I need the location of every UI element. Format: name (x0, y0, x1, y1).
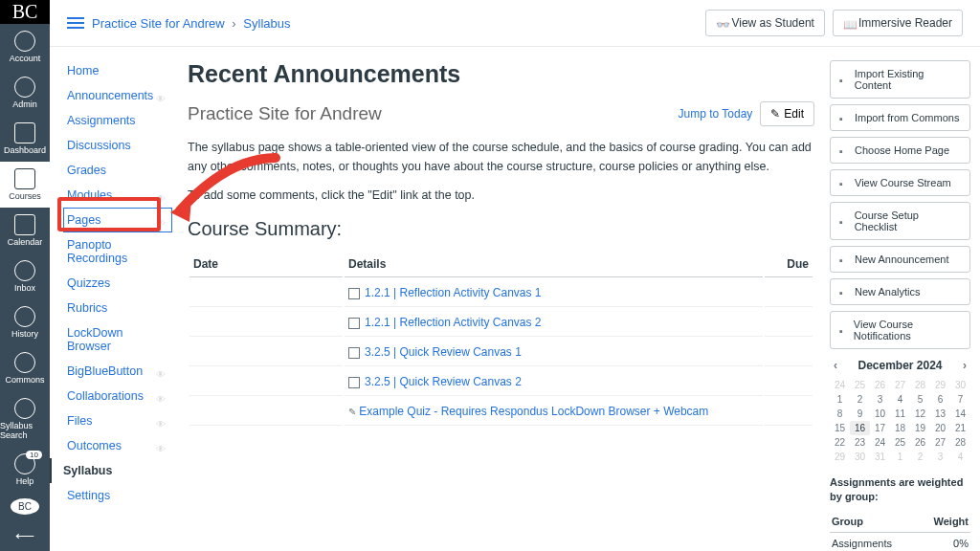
calendar-day[interactable]: 2 (910, 450, 930, 464)
nav-calendar[interactable]: Calendar (0, 208, 50, 253)
side-button-choose-home-page[interactable]: ▪Choose Home Page (830, 137, 970, 164)
collapse-nav-icon[interactable]: ⟵ (8, 520, 42, 551)
calendar-day[interactable]: 3 (870, 392, 890, 407)
calendar-day[interactable]: 12 (910, 407, 930, 421)
assignment-link[interactable]: 3.2.5 | Quick Review Canvas 1 (365, 345, 522, 359)
next-month-icon[interactable]: › (959, 359, 970, 372)
immersive-reader-button[interactable]: 📖Immersive Reader (833, 10, 963, 36)
course-nav-quizzes[interactable]: Quizzes (63, 271, 172, 296)
course-nav-rubrics[interactable]: Rubrics (63, 296, 172, 320)
nav-help[interactable]: Help10 (0, 447, 50, 493)
calendar-day[interactable]: 10 (870, 407, 890, 421)
mini-calendar[interactable]: 2425262728293012345678910111213141516171… (830, 378, 970, 464)
nav-history[interactable]: History (0, 299, 50, 345)
calendar-day[interactable]: 26 (870, 378, 890, 392)
nav-syllabus-search[interactable]: Syllabus Search (0, 391, 50, 447)
institution-logo[interactable]: BC (0, 0, 50, 24)
course-nav-lockdown-browser[interactable]: LockDown Browser (63, 320, 172, 359)
calendar-day[interactable]: 23 (850, 435, 870, 450)
calendar-day[interactable]: 25 (890, 435, 910, 450)
calendar-day[interactable]: 3 (930, 450, 950, 464)
course-nav-outcomes[interactable]: Outcomes (63, 433, 172, 458)
side-button-view-course-stream[interactable]: ▪View Course Stream (830, 169, 970, 196)
course-nav-syllabus[interactable]: Syllabus (50, 458, 172, 483)
calendar-day[interactable]: 24 (870, 435, 890, 450)
jump-to-today-link[interactable]: Jump to Today (678, 107, 752, 121)
view-as-student-button[interactable]: 👓View as Student (705, 10, 825, 36)
breadcrumb: Practice Site for Andrew › Syllabus (92, 16, 290, 31)
calendar-day[interactable]: 19 (910, 421, 930, 435)
calendar-day[interactable]: 4 (950, 450, 970, 464)
calendar-day[interactable]: 15 (830, 421, 850, 435)
course-nav-modules[interactable]: Modules (63, 183, 172, 208)
calendar-day[interactable]: 27 (890, 378, 910, 392)
assignment-link[interactable]: 3.2.5 | Quick Review Canvas 2 (365, 375, 522, 388)
course-nav-pages[interactable]: Pages (63, 208, 172, 232)
course-nav-panopto-recordings[interactable]: Panopto Recordings (63, 232, 172, 271)
nav-commons[interactable]: Commons (0, 345, 50, 391)
calendar-day[interactable]: 7 (950, 392, 970, 407)
col-date[interactable]: Date (189, 252, 343, 277)
calendar-day[interactable]: 2 (850, 392, 870, 407)
nav-dashboard[interactable]: Dashboard (0, 116, 50, 162)
calendar-day[interactable]: 17 (870, 421, 890, 435)
side-button-course-setup-checklist[interactable]: ▪Course Setup Checklist (830, 202, 970, 240)
hamburger-icon[interactable] (67, 17, 84, 29)
calendar-day[interactable]: 29 (930, 378, 950, 392)
calendar-day[interactable]: 8 (830, 407, 850, 421)
calendar-day[interactable]: 1 (830, 392, 850, 407)
nav-admin[interactable]: Admin (0, 70, 50, 116)
calendar-day[interactable]: 20 (930, 421, 950, 435)
calendar-day[interactable]: 9 (850, 407, 870, 421)
calendar-day[interactable]: 11 (890, 407, 910, 421)
nav-item-label: BigBlueButton (67, 364, 143, 378)
calendar-day[interactable]: 21 (950, 421, 970, 435)
calendar-day[interactable]: 29 (830, 450, 850, 464)
side-button-import-from-commons[interactable]: ▪Import from Commons (830, 104, 970, 131)
col-due[interactable]: Due (765, 252, 813, 277)
course-nav-assignments[interactable]: Assignments (63, 108, 172, 133)
avatar[interactable]: BC (11, 498, 39, 515)
nav-inbox[interactable]: Inbox (0, 253, 50, 299)
calendar-day[interactable]: 28 (950, 435, 970, 450)
col-details[interactable]: Details (345, 252, 763, 277)
calendar-day[interactable]: 22 (830, 435, 850, 450)
calendar-day[interactable]: 30 (850, 450, 870, 464)
side-button-import-existing-content[interactable]: ▪Import Existing Content (830, 60, 970, 99)
nav-account[interactable]: Account (0, 24, 50, 70)
side-button-new-announcement[interactable]: ▪New Announcement (830, 246, 970, 273)
calendar-day[interactable]: 26 (910, 435, 930, 450)
course-nav-collaborations[interactable]: Collaborations (63, 384, 172, 408)
course-nav-home[interactable]: Home (63, 58, 172, 83)
calendar-day[interactable]: 6 (930, 392, 950, 407)
calendar-day[interactable]: 18 (890, 421, 910, 435)
assignment-link[interactable]: 1.2.1 | Reflection Activity Canvas 1 (365, 286, 542, 299)
calendar-day[interactable]: 30 (950, 378, 970, 392)
course-nav-files[interactable]: Files (63, 408, 172, 433)
calendar-day[interactable]: 27 (930, 435, 950, 450)
course-nav-grades[interactable]: Grades (63, 158, 172, 183)
course-nav-discussions[interactable]: Discussions (63, 133, 172, 158)
calendar-day[interactable]: 25 (850, 378, 870, 392)
prev-month-icon[interactable]: ‹ (830, 359, 841, 372)
calendar-day[interactable]: 24 (830, 378, 850, 392)
breadcrumb-course[interactable]: Practice Site for Andrew (92, 16, 225, 31)
edit-button[interactable]: ✎Edit (760, 101, 814, 126)
assignment-link[interactable]: Example Quiz - Requires Respondus LockDo… (359, 405, 708, 418)
calendar-day[interactable]: 1 (890, 450, 910, 464)
breadcrumb-page[interactable]: Syllabus (243, 16, 290, 31)
calendar-day[interactable]: 16 (850, 421, 870, 435)
side-button-view-course-notifications[interactable]: ▪View Course Notifications (830, 311, 970, 349)
calendar-day[interactable]: 4 (890, 392, 910, 407)
calendar-day[interactable]: 14 (950, 407, 970, 421)
course-nav-announcements[interactable]: Announcements (63, 83, 172, 108)
calendar-day[interactable]: 5 (910, 392, 930, 407)
calendar-day[interactable]: 28 (910, 378, 930, 392)
calendar-day[interactable]: 31 (870, 450, 890, 464)
course-nav-settings[interactable]: Settings (63, 483, 172, 508)
calendar-day[interactable]: 13 (930, 407, 950, 421)
side-button-new-analytics[interactable]: ▪New Analytics (830, 278, 970, 305)
assignment-link[interactable]: 1.2.1 | Reflection Activity Canvas 2 (365, 316, 542, 329)
nav-courses[interactable]: Courses (0, 162, 50, 208)
course-nav-bigbluebutton[interactable]: BigBlueButton (63, 359, 172, 384)
